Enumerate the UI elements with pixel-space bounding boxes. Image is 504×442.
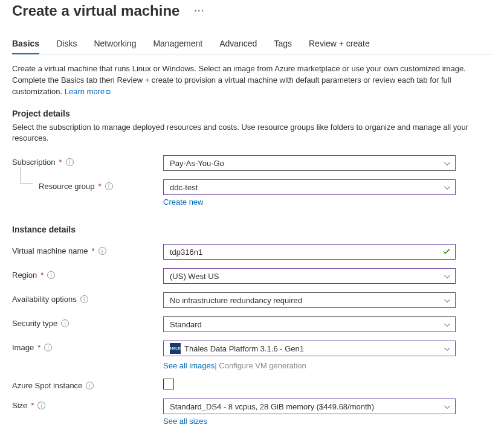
project-details-desc: Select the subscription to manage deploy… — [12, 122, 492, 145]
instance-details-heading: Instance details — [12, 225, 492, 234]
image-select[interactable]: THALES Thales Data Platform 3.1.6 - Gen1 — [163, 341, 456, 356]
image-thumbnail-icon: THALES — [170, 343, 181, 354]
tab-review-create[interactable]: Review + create — [309, 39, 370, 54]
subscription-label: Subscription * i — [12, 155, 163, 167]
image-value: Thales Data Platform 3.1.6 - Gen1 — [184, 344, 304, 353]
info-icon[interactable]: i — [105, 182, 113, 190]
image-label: Image * i — [12, 341, 163, 352]
tab-basics[interactable]: Basics — [12, 39, 39, 54]
vmname-label: Virtual machine name * i — [12, 244, 163, 255]
info-icon[interactable]: i — [37, 402, 45, 409]
learn-more-link[interactable]: Learn more⧉ — [65, 87, 111, 96]
subscription-select[interactable]: Pay-As-You-Go — [163, 155, 456, 171]
region-value: (US) West US — [170, 272, 219, 281]
configure-vm-gen-text: Configure VM generation — [219, 361, 306, 370]
more-actions-button[interactable]: ··· — [194, 6, 205, 16]
intro-text: Create a virtual machine that runs Linux… — [12, 63, 492, 98]
external-link-icon: ⧉ — [106, 88, 111, 97]
size-value: Standard_DS4 - 8 vcpus, 28 GiB memory ($… — [170, 402, 374, 411]
resource-group-select[interactable]: ddc-test — [163, 179, 456, 195]
info-icon[interactable]: i — [61, 319, 69, 327]
chevron-down-icon — [444, 272, 450, 281]
info-icon[interactable]: i — [47, 271, 55, 279]
check-icon — [443, 248, 450, 257]
region-label: Region * i — [12, 268, 163, 280]
tab-disks[interactable]: Disks — [56, 39, 77, 54]
subscription-value: Pay-As-You-Go — [170, 159, 224, 168]
see-all-images-link[interactable]: See all images — [163, 361, 215, 370]
info-icon[interactable]: i — [66, 158, 74, 166]
spot-instance-label: Azure Spot instance i — [12, 379, 163, 390]
required-indicator: * — [40, 271, 44, 280]
spot-instance-checkbox[interactable] — [163, 379, 174, 389]
availability-select[interactable]: No infrastructure redundancy required — [163, 292, 456, 308]
tab-management[interactable]: Management — [153, 39, 202, 54]
chevron-down-icon — [444, 344, 450, 353]
chevron-down-icon — [444, 402, 450, 411]
info-icon[interactable]: i — [99, 247, 106, 255]
tab-advanced[interactable]: Advanced — [219, 39, 257, 54]
page-title: Create a virtual machine — [12, 2, 179, 19]
security-type-select[interactable]: Standard — [163, 316, 456, 332]
vmname-value: tdp316n1 — [170, 248, 202, 257]
size-label: Size * i — [12, 399, 163, 410]
required-indicator: * — [99, 182, 102, 191]
region-select[interactable]: (US) West US — [163, 268, 456, 284]
chevron-down-icon — [444, 183, 450, 192]
security-type-value: Standard — [170, 320, 202, 329]
availability-label: Availability options i — [12, 292, 163, 304]
required-indicator: * — [37, 343, 40, 352]
chevron-down-icon — [444, 320, 450, 329]
security-type-label: Security type i — [12, 316, 163, 328]
tab-tags[interactable]: Tags — [274, 39, 292, 54]
availability-value: No infrastructure redundancy required — [170, 296, 302, 305]
tree-connector — [21, 167, 33, 184]
tab-networking[interactable]: Networking — [94, 39, 136, 54]
required-indicator: * — [59, 158, 62, 167]
chevron-down-icon — [444, 159, 450, 168]
resource-group-label: Resource group * i — [12, 179, 163, 191]
size-select[interactable]: Standard_DS4 - 8 vcpus, 28 GiB memory ($… — [163, 399, 456, 414]
resource-group-value: ddc-test — [170, 183, 198, 192]
project-details-heading: Project details — [12, 109, 492, 118]
create-new-rg-link[interactable]: Create new — [163, 197, 203, 207]
info-icon[interactable]: i — [44, 344, 52, 351]
tab-bar: Basics Disks Networking Management Advan… — [12, 39, 492, 55]
info-icon[interactable]: i — [80, 295, 88, 303]
required-indicator: * — [31, 401, 34, 410]
chevron-down-icon — [444, 296, 450, 305]
required-indicator: * — [92, 246, 95, 255]
see-all-sizes-link[interactable]: See all sizes — [163, 417, 207, 426]
info-icon[interactable]: i — [86, 382, 94, 389]
vmname-input[interactable]: tdp316n1 — [163, 244, 456, 260]
